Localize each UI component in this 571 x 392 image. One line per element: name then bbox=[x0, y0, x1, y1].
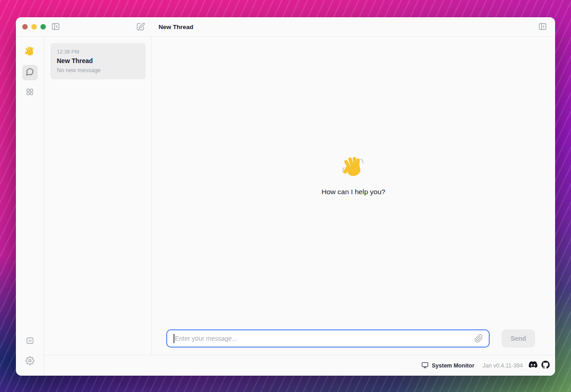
new-thread-icon bbox=[136, 22, 145, 33]
sidebar-item-settings[interactable] bbox=[22, 354, 38, 369]
thread-time: 12:38 PM bbox=[57, 49, 139, 54]
thread-last-message: No new message bbox=[57, 67, 139, 74]
system-monitor-button[interactable]: System Monitor bbox=[421, 361, 475, 370]
app-version: Jan v0.4.11-394 bbox=[482, 363, 523, 369]
chat-icon bbox=[25, 68, 34, 78]
chat-main-area: How can I help you? Send bbox=[152, 37, 555, 355]
thread-title: New Thread bbox=[57, 57, 139, 64]
discord-link[interactable] bbox=[529, 360, 537, 371]
thread-list-panel: 12:38 PM New Thread No new message bbox=[44, 37, 152, 355]
page-title: New Thread bbox=[159, 17, 194, 37]
system-monitor-label: System Monitor bbox=[432, 363, 475, 369]
traffic-lights bbox=[22, 24, 46, 29]
local-api-server-icon bbox=[25, 336, 35, 347]
wave-logo-icon bbox=[24, 46, 36, 58]
sidebar-item-hub[interactable] bbox=[22, 85, 38, 100]
text-caret bbox=[174, 334, 174, 343]
message-input[interactable] bbox=[167, 330, 489, 347]
github-icon bbox=[541, 361, 550, 371]
status-bar: System Monitor Jan v0.4.11-394 bbox=[44, 355, 555, 376]
message-input-wrap bbox=[166, 329, 490, 348]
collapse-right-panel-icon bbox=[538, 22, 547, 33]
left-rail bbox=[16, 37, 44, 376]
zoom-window-button[interactable] bbox=[40, 24, 46, 29]
minimize-window-button[interactable] bbox=[31, 24, 37, 29]
paperclip-icon[interactable] bbox=[474, 334, 483, 343]
sidebar-item-chat[interactable] bbox=[22, 65, 38, 80]
message-composer: Send bbox=[166, 329, 535, 348]
settings-icon bbox=[25, 356, 35, 367]
send-button[interactable]: Send bbox=[501, 329, 535, 348]
sidebar-item-local-api-server[interactable] bbox=[22, 334, 38, 349]
collapse-left-panel-button[interactable] bbox=[50, 21, 61, 33]
collapse-right-panel-button[interactable] bbox=[536, 21, 548, 33]
desktop-wallpaper: New Thread bbox=[0, 0, 571, 392]
wave-emoji bbox=[341, 155, 366, 181]
titlebar: New Thread bbox=[16, 17, 555, 37]
thread-list-item[interactable]: 12:38 PM New Thread No new message bbox=[50, 43, 146, 79]
greeting-text: How can I help you? bbox=[322, 188, 385, 196]
jan-app-window: New Thread bbox=[16, 17, 555, 376]
github-link[interactable] bbox=[541, 361, 550, 371]
empty-thread-greeting: How can I help you? bbox=[152, 37, 555, 314]
discord-icon bbox=[529, 360, 537, 371]
collapse-left-panel-icon bbox=[51, 22, 60, 33]
system-monitor-icon bbox=[421, 361, 429, 370]
close-window-button[interactable] bbox=[22, 24, 28, 29]
hub-icon bbox=[25, 88, 34, 98]
new-thread-button[interactable] bbox=[134, 21, 146, 33]
